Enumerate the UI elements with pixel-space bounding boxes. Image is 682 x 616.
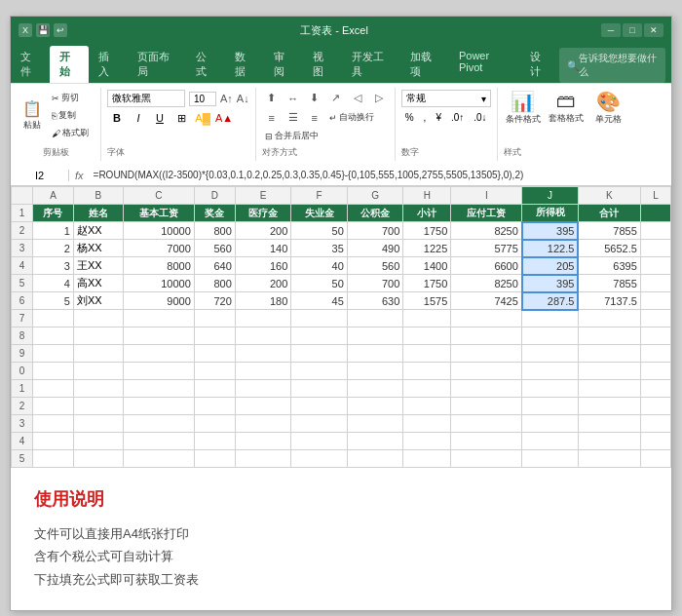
col-header-b[interactable]: B [73,187,123,205]
data-cell[interactable] [640,222,670,240]
table-row[interactable]: 43王XX800064016040560140066002056395 [12,257,671,275]
data-cell[interactable]: 6395 [578,257,640,275]
data-cell[interactable]: 1400 [403,257,451,275]
font-increase-button[interactable]: A↑ [220,93,233,104]
data-cell[interactable]: 5652.5 [578,240,640,257]
data-cell[interactable]: 刘XX [73,292,123,310]
data-cell[interactable]: 640 [194,257,235,275]
data-cell[interactable]: 7425 [451,292,522,310]
font-decrease-button[interactable]: A↓ [237,93,249,104]
percent-button[interactable]: % [401,110,418,125]
data-cell[interactable]: 1575 [403,292,451,310]
font-name-input[interactable]: 微软雅黑 [107,90,185,107]
copy-button[interactable]: ⎘ 复制 [48,107,93,124]
fill-color-button[interactable]: A▓ [193,109,212,127]
tab-file[interactable]: 文件 [11,46,50,83]
col-header-c[interactable]: C [123,187,194,205]
data-cell[interactable]: 800 [194,275,235,292]
minimize-button[interactable]: ─ [601,23,621,37]
data-cell[interactable]: 5 [33,292,74,310]
data-cell[interactable]: 7137.5 [578,292,640,310]
tab-view[interactable]: 视图 [303,46,342,83]
data-cell[interactable]: 122.5 [522,240,579,257]
data-cell[interactable] [640,275,670,292]
table-row[interactable]: 21赵XX1000080020050700175082503957855 [12,222,671,240]
data-cell[interactable]: 50 [291,222,348,240]
data-cell[interactable]: 700 [347,275,403,292]
col-header-h[interactable]: H [403,187,451,205]
data-cell[interactable]: 赵XX [73,222,123,240]
col-header-e[interactable]: E [235,187,291,205]
decrease-decimal-button[interactable]: .0↓ [470,110,490,125]
row-number[interactable]: 4 [12,257,33,275]
data-cell[interactable]: 8250 [451,222,522,240]
row-number[interactable]: 3 [12,240,33,257]
tab-addins[interactable]: 加载项 [400,46,449,83]
underline-button[interactable]: U [150,109,170,127]
data-cell[interactable]: 800 [194,222,235,240]
data-cell[interactable]: 45 [291,292,348,310]
data-cell[interactable]: 3 [33,257,74,275]
col-header-j[interactable]: J [522,187,579,205]
col-header-d[interactable]: D [194,187,235,205]
align-left-button[interactable]: ≡ [262,109,282,126]
col-header-l[interactable]: L [640,187,670,205]
data-cell[interactable]: 8250 [451,275,522,292]
tab-page-layout[interactable]: 页面布局 [128,46,186,83]
data-cell[interactable]: 8000 [123,257,194,275]
save-icon[interactable]: 💾 [36,23,50,37]
data-cell[interactable]: 395 [522,222,579,240]
undo-icon[interactable]: ↩ [54,23,67,37]
format-paint-button[interactable]: 🖌 格式刷 [48,125,93,141]
data-cell[interactable]: 560 [347,257,403,275]
align-right-button[interactable]: ≡ [305,109,324,126]
increase-decimal-button[interactable]: .0↑ [447,110,468,125]
data-cell[interactable]: 205 [522,257,579,275]
tab-design[interactable]: 设计 [520,46,559,83]
data-cell[interactable]: 160 [235,257,291,275]
font-size-input[interactable]: 10 [189,92,216,106]
align-center-button[interactable]: ☰ [284,109,303,126]
col-header-i[interactable]: I [451,187,522,205]
italic-button[interactable]: I [129,109,148,127]
col-header-k[interactable]: K [578,187,640,205]
data-cell[interactable]: 9000 [123,292,194,310]
table-row[interactable]: 65刘XX90007201804563015757425287.57137.5 [12,292,671,310]
data-cell[interactable]: 1225 [403,240,451,257]
bold-button[interactable]: B [107,109,127,127]
merge-cells-button[interactable]: ⊟ 合并后居中 [262,129,322,143]
data-cell[interactable]: 560 [194,240,235,257]
data-cell[interactable]: 50 [291,275,348,292]
data-cell[interactable]: 180 [235,292,291,310]
tab-home[interactable]: 开始 [50,46,89,83]
paste-button[interactable]: 📋 粘贴 [19,97,46,133]
tab-developer[interactable]: 开发工具 [342,46,400,83]
tab-insert[interactable]: 插入 [89,46,128,83]
font-color-button[interactable]: A▲ [214,109,234,127]
tab-formula[interactable]: 公式 [186,46,225,83]
cut-button[interactable]: ✂ 剪切 [48,90,93,106]
data-cell[interactable]: 287.5 [522,292,579,310]
data-cell[interactable]: 395 [522,275,579,292]
data-cell[interactable] [640,240,670,257]
data-cell[interactable]: 2 [33,240,74,257]
data-cell[interactable]: 1 [33,222,74,240]
conditional-format-button[interactable]: 📊 条件格式 [504,90,543,126]
align-middle-button[interactable]: ↔ [284,90,303,106]
indent-increase-button[interactable]: ▷ [369,90,389,106]
table-row[interactable]: 32杨XX70005601403549012255775122.55652.5 [12,240,671,257]
row-number[interactable]: 2 [12,222,33,240]
comma-button[interactable]: , [420,110,431,125]
col-header-a[interactable]: A [33,187,74,205]
data-cell[interactable]: 490 [347,240,403,257]
border-button[interactable]: ⊞ [171,109,191,127]
data-cell[interactable]: 4 [33,275,74,292]
formula-input[interactable]: =ROUND(MAX((I2-3500)*{0.03,0.1,0.2,0.25,… [90,170,671,180]
wrap-text-button[interactable]: ↵ 自动换行 [326,109,377,126]
col-header-f[interactable]: F [291,187,348,205]
data-cell[interactable]: 200 [235,275,291,292]
data-cell[interactable]: 10000 [123,222,194,240]
data-cell[interactable]: 1750 [403,275,451,292]
tab-powerpivot[interactable]: Power Pivot [449,46,520,83]
data-cell[interactable]: 1750 [403,222,451,240]
